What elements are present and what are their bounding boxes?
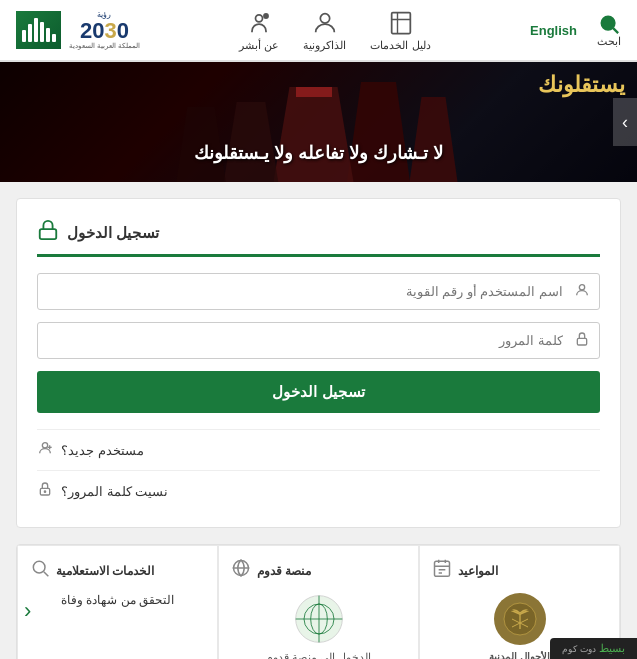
arrival-card: منصة قدوم xyxy=(218,545,419,659)
bottom-bar: بسيط دوت كوم xyxy=(550,638,637,659)
password-group xyxy=(37,322,600,359)
appointments-title: المواعيد xyxy=(458,564,498,578)
password-input[interactable] xyxy=(37,322,600,359)
new-user-text: مستخدم جديد؟ xyxy=(61,443,144,458)
figure-3 xyxy=(274,87,354,182)
forgot-password-text: نسيت كلمة المرور؟ xyxy=(61,484,168,499)
new-user-row[interactable]: مستخدم جديد؟ xyxy=(37,434,600,466)
english-link[interactable]: English xyxy=(530,23,577,38)
main-content: تسجيل الدخول xyxy=(0,182,637,659)
divider-1 xyxy=(37,429,600,430)
nav-item-about[interactable]: عن أبشر xyxy=(239,9,279,52)
info-content: التحقق من شهادة وفاة xyxy=(30,593,205,607)
banner-text: لا تـشارك ولا تفاعله ولا يـستقلونك xyxy=(194,142,443,164)
forgot-icon xyxy=(37,481,53,501)
info-icon xyxy=(30,558,50,583)
vision-bottom-text: المملكة العربية السعودية xyxy=(69,42,140,50)
arrival-icon xyxy=(231,558,251,583)
header-right: ابحث English xyxy=(530,13,621,48)
appointments-header: المواعيد xyxy=(432,558,607,583)
svg-line-33 xyxy=(44,572,49,577)
arrival-visual xyxy=(294,593,344,645)
svg-rect-6 xyxy=(40,229,57,239)
nav-item-electronic[interactable]: الذاكرونية xyxy=(303,9,346,52)
services-section: المواعيد xyxy=(16,544,621,659)
forgot-password-row[interactable]: نسيت كلمة المرور؟ xyxy=(37,475,600,507)
search-label: ابحث xyxy=(597,35,621,48)
svg-point-4 xyxy=(256,14,263,21)
login-icon xyxy=(37,219,59,246)
search-button[interactable]: ابحث xyxy=(597,13,621,48)
lock-icon xyxy=(574,331,590,351)
nav-electronic-label: الذاكرونية xyxy=(303,39,346,52)
arrival-content: الدخول إلى منصة قدوم xyxy=(231,593,406,659)
svg-point-9 xyxy=(42,443,47,448)
banner-arrow-right[interactable]: › xyxy=(613,98,637,146)
info-title: الخدمات الاستعلامية xyxy=(56,564,154,578)
svg-point-32 xyxy=(33,561,45,573)
nav-about-label: عن أبشر xyxy=(239,39,279,52)
svg-rect-14 xyxy=(435,561,450,576)
zatca-bars xyxy=(22,18,56,42)
header-nav: دليل الخدمات الذاكرونية عن أبشر xyxy=(239,9,430,52)
svg-rect-8 xyxy=(577,338,586,345)
header: ابحث English دليل الخدمات الذاكرونية xyxy=(0,0,637,62)
svg-point-13 xyxy=(44,491,45,492)
vision-logo: رؤية 2030 المملكة العربية السعودية xyxy=(69,11,140,49)
info-header: الخدمات الاستعلامية xyxy=(30,558,205,583)
emblem-label: الأحوال المدنية xyxy=(489,651,550,659)
arrival-header: منصة قدوم xyxy=(231,558,406,583)
login-card: تسجيل الدخول xyxy=(16,198,621,528)
svg-point-0 xyxy=(602,16,615,29)
bottom-sub: دوت كوم xyxy=(562,644,596,654)
services-grid: المواعيد xyxy=(17,545,620,659)
new-user-icon xyxy=(37,440,53,460)
info-link[interactable]: التحقق من شهادة وفاة xyxy=(61,593,174,607)
svg-point-7 xyxy=(579,284,584,289)
banner: يستقلونك لا تـشارك ولا تفاعله ولا يـستقل… xyxy=(0,62,637,182)
header-logos: رؤية 2030 المملكة العربية السعودية xyxy=(16,11,140,49)
svg-line-1 xyxy=(613,28,618,33)
banner-logo: يستقلونك xyxy=(538,72,625,98)
svg-point-5 xyxy=(264,13,270,19)
service-emblem xyxy=(494,593,546,645)
svg-point-3 xyxy=(320,13,329,22)
nav-item-guide[interactable]: دليل الخدمات xyxy=(370,9,430,52)
username-input[interactable] xyxy=(37,273,600,310)
login-header: تسجيل الدخول xyxy=(37,219,600,257)
appointments-icon xyxy=(432,558,452,583)
figure-2 xyxy=(344,82,414,182)
info-card: الخدمات الاستعلامية التحقق من شهادة وفاة… xyxy=(17,545,218,659)
bottom-text: بسيط xyxy=(599,642,625,654)
info-card-arrow-left[interactable]: ‹ xyxy=(24,598,31,624)
vision-numbers: 2030 xyxy=(80,20,129,42)
login-title: تسجيل الدخول xyxy=(67,224,159,242)
arrival-link[interactable]: الدخول إلى منصة قدوم xyxy=(266,651,371,659)
user-icon xyxy=(574,282,590,302)
arrival-title: منصة قدوم xyxy=(257,564,311,578)
login-button[interactable]: تسجيل الدخول xyxy=(37,371,600,413)
nav-guide-label: دليل الخدمات xyxy=(370,39,430,52)
divider-2 xyxy=(37,470,600,471)
username-group xyxy=(37,273,600,310)
svg-rect-2 xyxy=(391,12,410,33)
zatca-logo xyxy=(16,11,61,49)
figure-1 xyxy=(404,97,464,182)
